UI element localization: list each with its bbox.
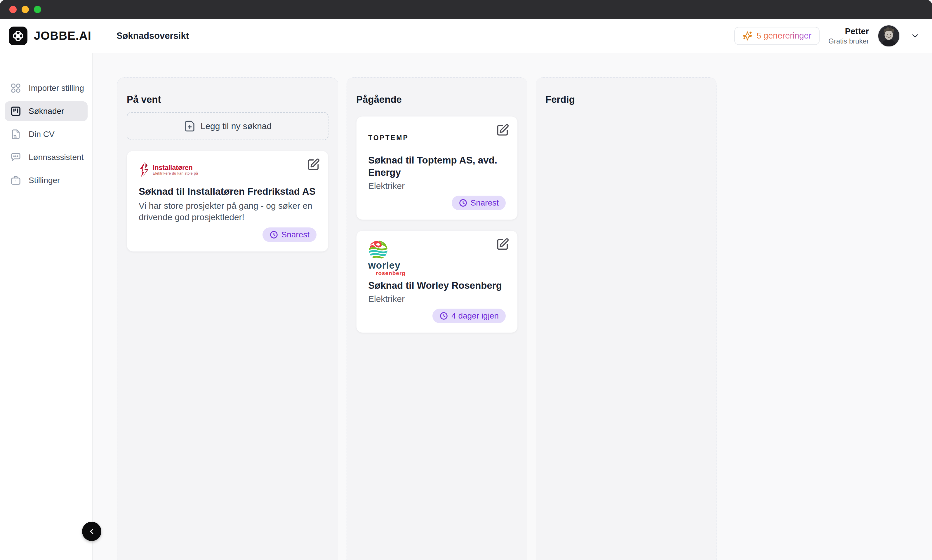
clock-icon [440, 312, 448, 320]
app-header: JOBBE.AI Søknadsoversikt 5 genereringer … [0, 19, 932, 53]
deadline-badge: Snarest [452, 195, 506, 210]
app-logo[interactable] [9, 26, 28, 45]
chat-icon [10, 152, 22, 163]
add-application-label: Legg til ny søknad [201, 121, 272, 131]
application-card-worley[interactable]: worley rosenberg Søknad til Worley Rosen… [356, 230, 518, 333]
application-title: Søknad til Worley Rosenberg [368, 279, 506, 292]
sidebar-item-label: Din CV [29, 130, 55, 139]
worley-globe-icon [368, 240, 506, 260]
application-role: Elektriker [368, 294, 506, 304]
sparkles-icon [743, 31, 752, 41]
add-application-button[interactable]: Legg til ny søknad [127, 112, 329, 140]
column-pa-vent: På vent Legg til ny søknad [117, 77, 338, 560]
sidebar-item-label: Søknader [29, 106, 64, 116]
user-avatar[interactable] [878, 25, 900, 47]
deadline-badge: 4 dager igjen [432, 309, 506, 323]
generations-counter-button[interactable]: 5 genereringer [734, 27, 820, 45]
generations-count-label: 5 genereringer [757, 31, 812, 41]
window-titlebar [0, 0, 932, 19]
company-logo-name: Installatøren [153, 164, 198, 171]
column-title: Pågående [356, 94, 518, 106]
kanban-board: På vent Legg til ny søknad [92, 53, 932, 560]
application-role: Elektriker [368, 181, 506, 191]
column-title: Ferdig [545, 94, 707, 106]
sidebar: Importer stilling Søknader Din CV [0, 53, 92, 560]
company-logo-tagline: Elektrikere du kan stole på [153, 171, 198, 175]
company-logo-worley: worley rosenberg [368, 240, 506, 276]
application-description: Vi har store prosjekter på gang - og søk… [139, 200, 317, 223]
company-logo-name: worley [368, 260, 506, 270]
chevron-left-icon [87, 527, 96, 536]
chevron-down-icon [910, 31, 920, 41]
kanban-icon [10, 105, 22, 117]
column-title: På vent [127, 94, 329, 106]
company-logo-toptemp: TOPTEMP [368, 134, 506, 142]
sidebar-collapse-button[interactable] [82, 522, 102, 541]
document-icon [10, 128, 22, 140]
edit-pencil-icon [306, 158, 320, 171]
edit-pencil-icon [496, 238, 509, 251]
application-card-toptemp[interactable]: TOPTEMP Søknad til Toptemp AS, avd. Ener… [356, 116, 518, 220]
edit-application-button[interactable] [306, 157, 321, 172]
company-logo-tagline: rosenberg [376, 270, 506, 276]
lightning-bolt-icon [139, 162, 150, 177]
edit-pencil-icon [496, 123, 509, 137]
edit-application-button[interactable] [495, 237, 510, 252]
user-menu-toggle[interactable] [909, 29, 921, 42]
clock-icon [269, 230, 278, 239]
application-title: Søknad til Installatøren Fredrikstad AS [139, 185, 317, 198]
grid-icon [10, 82, 22, 94]
traffic-lights [9, 6, 41, 13]
company-logo-installatoren: Installatøren Elektrikere du kan stole p… [139, 160, 317, 179]
file-plus-icon [184, 120, 196, 132]
brand-name: JOBBE.AI [34, 29, 91, 42]
sidebar-item-label: Lønnsassistent [29, 153, 83, 162]
column-pagaende: Pågående TOPTEMP Søknad til Toptemp AS, … [347, 77, 528, 560]
sidebar-item-lonnsassistent[interactable]: Lønnsassistent [5, 148, 88, 167]
sidebar-item-label: Importer stilling [29, 83, 84, 93]
deadline-badge: Snarest [263, 228, 317, 242]
deadline-badge-label: Snarest [281, 230, 310, 239]
deadline-badge-label: 4 dager igjen [451, 311, 499, 321]
sidebar-item-soknader[interactable]: Søknader [5, 101, 88, 121]
column-ferdig: Ferdig [536, 77, 717, 560]
minimize-window-button[interactable] [22, 6, 29, 13]
application-title: Søknad til Toptemp AS, avd. Energy [368, 154, 506, 179]
user-plan-label: Gratis bruker [828, 37, 869, 46]
sidebar-item-din-cv[interactable]: Din CV [5, 125, 88, 144]
clock-icon [459, 198, 468, 207]
sidebar-item-label: Stillinger [29, 176, 60, 185]
briefcase-icon [10, 175, 22, 186]
zoom-window-button[interactable] [34, 6, 41, 13]
close-window-button[interactable] [9, 6, 17, 13]
knot-logo-icon [11, 29, 25, 43]
user-name: Petter [828, 26, 869, 37]
sidebar-item-importer-stilling[interactable]: Importer stilling [5, 78, 88, 98]
deadline-badge-label: Snarest [471, 198, 499, 208]
user-info: Petter Gratis bruker [828, 26, 869, 45]
page-title: Søknadsoversikt [117, 31, 189, 41]
application-card-installatoren[interactable]: Installatøren Elektrikere du kan stole p… [127, 151, 329, 252]
edit-application-button[interactable] [495, 123, 510, 137]
sidebar-item-stillinger[interactable]: Stillinger [5, 171, 88, 190]
